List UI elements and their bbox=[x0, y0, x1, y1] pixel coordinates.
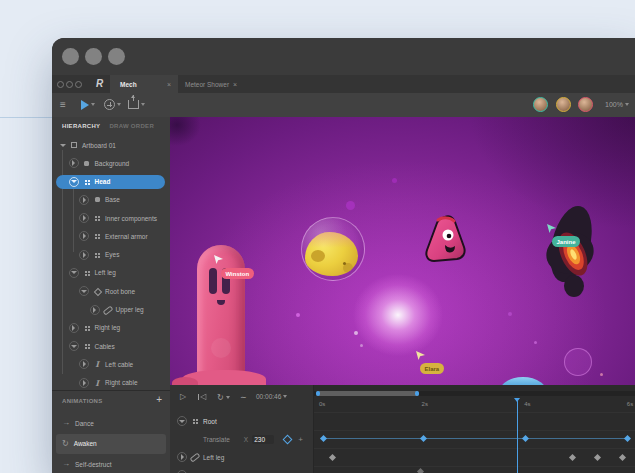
disclosure-caret[interactable] bbox=[177, 452, 187, 462]
hierarchy-item-background[interactable]: Background bbox=[52, 154, 170, 172]
rive-logo[interactable]: R bbox=[96, 78, 103, 89]
window-control-zoom-icon[interactable] bbox=[108, 48, 125, 65]
add-animation-button[interactable]: + bbox=[156, 394, 162, 405]
hierarchy-item-artboard-01[interactable]: Artboard 01 bbox=[52, 136, 170, 154]
timeline-scrollbar-thumb[interactable] bbox=[316, 391, 419, 396]
disclosure-caret[interactable] bbox=[79, 286, 89, 296]
disclosure-caret[interactable] bbox=[79, 213, 89, 223]
disclosure-caret[interactable] bbox=[69, 177, 79, 187]
character-bubble-blob[interactable] bbox=[301, 217, 365, 281]
disclosure-caret[interactable] bbox=[177, 416, 187, 426]
stage-canvas[interactable]: WinstonJanineElara bbox=[170, 117, 635, 385]
playhead[interactable] bbox=[517, 400, 518, 473]
keyframe-diamond[interactable] bbox=[417, 467, 424, 473]
create-tool-button[interactable] bbox=[104, 93, 121, 116]
timeline-row-cables[interactable]: Cables bbox=[170, 466, 313, 473]
disclosure-caret[interactable] bbox=[79, 231, 89, 241]
keyframe-diamond[interactable] bbox=[594, 453, 601, 460]
decor-dot bbox=[354, 331, 358, 335]
chevron-down-icon bbox=[117, 103, 121, 106]
timeline-row-root[interactable]: Root bbox=[170, 412, 313, 430]
window-control-close-icon[interactable] bbox=[62, 48, 79, 65]
hierarchy-item-label: Right cable bbox=[105, 379, 138, 386]
property-label: Translate bbox=[203, 436, 230, 443]
keyframe-diamond[interactable] bbox=[569, 453, 576, 460]
row-separator bbox=[314, 466, 635, 467]
keyframe-diamond[interactable] bbox=[619, 453, 626, 460]
keyframe-diamond[interactable] bbox=[319, 434, 326, 441]
disclosure-caret[interactable] bbox=[90, 305, 100, 315]
tab-label: Meteor Shower bbox=[185, 81, 229, 88]
export-button[interactable] bbox=[128, 91, 145, 114]
hierarchy-item-left-cable[interactable]: ILeft cable bbox=[52, 355, 170, 373]
disclosure-caret[interactable] bbox=[58, 144, 67, 147]
tab-draw-order[interactable]: DRAW ORDER bbox=[109, 123, 154, 129]
tab-close-icon[interactable]: × bbox=[167, 81, 171, 88]
keyframe-toggle-icon[interactable] bbox=[283, 434, 293, 444]
collaborator-teal[interactable] bbox=[533, 97, 548, 112]
disclosure-caret[interactable] bbox=[69, 158, 79, 168]
hierarchy-item-label: Head bbox=[95, 178, 111, 185]
loop-icon: ↻ bbox=[217, 393, 224, 402]
tab-close-icon[interactable]: × bbox=[233, 81, 237, 88]
animation-item-self-destruct[interactable]: →Self-destruct bbox=[52, 454, 170, 473]
transform-tool-button[interactable] bbox=[81, 93, 95, 116]
ruler-tick-label: 6s bbox=[627, 401, 633, 407]
animation-item-dance[interactable]: →Dance bbox=[52, 413, 170, 434]
interpolation-button[interactable]: ∼ bbox=[240, 390, 247, 404]
disclosure-caret[interactable] bbox=[79, 359, 89, 369]
play-button[interactable]: ▷ bbox=[180, 390, 186, 404]
rive-editor-window: R Mech × Meteor Shower × ≡ 100% HIERARCH… bbox=[52, 38, 635, 473]
character-triangle[interactable] bbox=[422, 213, 468, 265]
disclosure-caret[interactable] bbox=[69, 268, 79, 278]
go-to-start-button[interactable]: ▷ bbox=[198, 390, 206, 404]
marketing-backdrop: R Mech × Meteor Shower × ≡ 100% HIERARCH… bbox=[0, 0, 635, 473]
animation-item-awaken[interactable]: ↻Awaken bbox=[56, 434, 166, 455]
disclosure-caret[interactable] bbox=[79, 250, 89, 260]
tab-meteor-shower[interactable]: Meteor Shower × bbox=[185, 75, 263, 93]
keyframe-diamond[interactable] bbox=[419, 434, 426, 441]
hierarchy-item-label: Root bone bbox=[105, 288, 135, 295]
hierarchy-item-left-leg[interactable]: Left leg bbox=[52, 264, 170, 282]
oneshot-icon: → bbox=[62, 419, 70, 427]
hierarchy-item-right-leg[interactable]: Right leg bbox=[52, 319, 170, 337]
hierarchy-item-eyes[interactable]: Eyes bbox=[52, 245, 170, 263]
disclosure-caret[interactable] bbox=[79, 378, 89, 388]
timeline-row-translate[interactable]: Translate X 230 + bbox=[170, 430, 313, 448]
disclosure-caret[interactable] bbox=[69, 323, 79, 333]
zoom-level-dropdown[interactable]: 100% bbox=[605, 101, 629, 108]
timeline-row-left-leg[interactable]: Left leg bbox=[170, 448, 313, 466]
hierarchy-item-external-armor[interactable]: External armor bbox=[52, 227, 170, 245]
hierarchy-item-root-bone[interactable]: Root bone bbox=[52, 282, 170, 300]
add-keyframe-button[interactable]: + bbox=[298, 435, 303, 444]
hierarchy-item-label: Base bbox=[105, 196, 120, 203]
loop-mode-button[interactable]: ↻ bbox=[217, 390, 230, 404]
current-time-dropdown[interactable]: 00:00:46 bbox=[256, 393, 287, 400]
main-menu-button[interactable]: ≡ bbox=[60, 93, 66, 116]
keyframe-diamond[interactable] bbox=[624, 434, 631, 441]
disclosure-caret[interactable] bbox=[79, 195, 89, 205]
playhead-handle-icon[interactable] bbox=[514, 398, 520, 402]
blob-tint bbox=[305, 232, 358, 248]
tab-hierarchy[interactable]: HIERARCHY bbox=[62, 123, 100, 129]
window-control-minimize-icon[interactable] bbox=[85, 48, 102, 65]
row-separator bbox=[314, 430, 635, 431]
disclosure-caret[interactable] bbox=[69, 341, 79, 351]
collaborator-red[interactable] bbox=[578, 97, 593, 112]
translate-x-input[interactable]: 230 bbox=[252, 435, 274, 444]
ruler-tick-label: 0s bbox=[319, 401, 325, 407]
hierarchy-item-inner-components[interactable]: Inner components bbox=[52, 209, 170, 227]
shape-icon bbox=[92, 195, 102, 205]
oneshot-icon: → bbox=[62, 460, 70, 468]
keyframe-diamond[interactable] bbox=[522, 434, 529, 441]
hierarchy-item-upper-leg[interactable]: Upper leg bbox=[52, 300, 170, 318]
hierarchy-item-cables[interactable]: Cables bbox=[52, 337, 170, 355]
keyframe-diamond[interactable] bbox=[329, 453, 336, 460]
timeline-tracks[interactable]: 0s2s4s6s bbox=[313, 385, 635, 473]
decor-dot bbox=[600, 373, 603, 376]
collaborator-yellow[interactable] bbox=[556, 97, 571, 112]
hierarchy-item-head[interactable]: Head bbox=[56, 175, 165, 189]
character-winston[interactable] bbox=[197, 245, 245, 385]
hierarchy-item-label: Cables bbox=[95, 343, 115, 350]
hierarchy-item-base[interactable]: Base bbox=[52, 191, 170, 209]
